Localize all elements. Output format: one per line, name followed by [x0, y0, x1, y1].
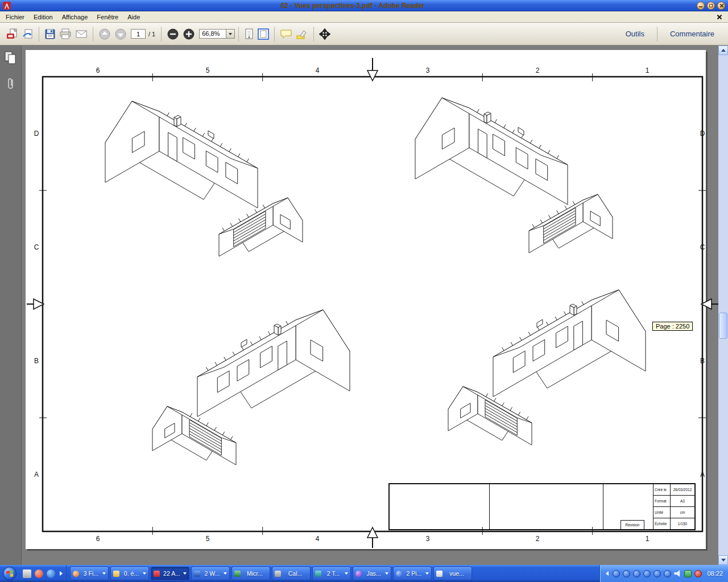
teal-app-icon — [315, 571, 321, 577]
format-value: A3 — [671, 499, 694, 503]
previous-page-button[interactable] — [97, 27, 113, 41]
tray-app-icon[interactable] — [664, 570, 671, 577]
page-scroll-tooltip: Page : 2250 — [652, 322, 693, 331]
start-button[interactable] — [0, 565, 19, 582]
windows-flag-icon — [6, 570, 13, 577]
zoom-out-button[interactable] — [165, 27, 181, 41]
page-total-label: / 1 — [148, 31, 155, 38]
tray-alert-icon[interactable] — [694, 570, 702, 577]
media-previous-icon[interactable] — [613, 570, 620, 577]
pdf-page: 6 5 4 3 2 1 6 5 4 3 2 1 D C B A D C B A … — [26, 50, 706, 549]
taskbar-task-group-7[interactable]: 2 T... — [312, 567, 351, 580]
menu-fenetre[interactable]: Fenêtre — [92, 12, 123, 22]
minimize-button[interactable] — [697, 2, 705, 10]
window-titlebar: 02 - Vues perspectives-3.pdf - Adobe Rea… — [0, 0, 728, 11]
title-block-info-table: Créé le 26/03/2012 Format A3 Unité cm Éc… — [653, 484, 694, 529]
media-stop-icon[interactable] — [653, 570, 661, 577]
taskbar-task-excel[interactable]: Micr... — [231, 567, 270, 580]
maximize-button[interactable] — [707, 2, 715, 10]
taskbar-task-adobe-reader-group[interactable]: 22 A... — [151, 567, 189, 580]
share-button[interactable] — [20, 27, 35, 41]
media-next-icon[interactable] — [643, 570, 651, 577]
scrollbar-thumb[interactable] — [719, 313, 727, 339]
chevron-down-icon — [229, 33, 232, 35]
grid-label: C — [34, 243, 39, 251]
close-button[interactable] — [717, 2, 725, 10]
grid-label: A — [700, 471, 705, 479]
chevron-down-icon — [102, 572, 106, 575]
grid-label: 6 — [96, 535, 100, 543]
media-pause-icon[interactable] — [633, 570, 640, 577]
taskbar-task-vue[interactable]: vue... — [433, 567, 472, 580]
media-play-icon[interactable] — [623, 570, 630, 577]
comment-bubble-button[interactable] — [278, 27, 294, 41]
menubar: Fichier Edition Affichage Fenêtre Aide — [0, 11, 728, 23]
minimize-icon — [699, 6, 702, 7]
toolbar-separator — [238, 27, 239, 41]
maximize-icon — [709, 4, 713, 7]
taskbar-task-calc[interactable]: Cal... — [272, 567, 311, 580]
toolbar-separator — [39, 27, 39, 41]
created-value: 26/03/2012 — [671, 488, 694, 492]
navigation-panel — [0, 45, 22, 565]
start-orb-icon — [3, 567, 16, 580]
unit-value: cm — [671, 510, 694, 514]
chevron-down-icon — [385, 572, 388, 575]
title-block-row: Unité cm — [653, 507, 694, 518]
grid-label: 3 — [426, 66, 430, 74]
toolbar: / 1 66,8% Outils Commentaire — [0, 23, 728, 45]
menu-fichier[interactable]: Fichier — [1, 12, 29, 22]
zoom-in-button[interactable] — [181, 27, 197, 41]
zoom-dropdown-button[interactable] — [226, 29, 235, 39]
title-block-row: Format A3 — [653, 496, 694, 507]
grid-label: 4 — [316, 66, 320, 74]
fullscreen-button[interactable] — [317, 27, 332, 41]
create-pdf-button[interactable] — [5, 27, 20, 41]
taskbar-task-folder-group[interactable]: 0. é... — [110, 567, 149, 580]
scroll-mode-button[interactable] — [242, 27, 256, 41]
scroll-down-button[interactable] — [718, 555, 728, 565]
quick-launch-expand-icon[interactable] — [60, 571, 63, 576]
grid-label: C — [700, 243, 705, 251]
folder-icon — [113, 571, 119, 577]
volume-icon[interactable] — [674, 570, 681, 577]
menu-affichage[interactable]: Affichage — [57, 12, 93, 22]
toolbar-separator — [274, 27, 275, 41]
vertical-scrollbar[interactable] — [718, 45, 728, 565]
tools-panel-button[interactable]: Outils — [617, 30, 653, 38]
menu-aide[interactable]: Aide — [123, 12, 144, 22]
taskbar-task-firefox-group[interactable]: 3 Fi... — [70, 567, 109, 580]
antivirus-tray-icon[interactable] — [684, 570, 692, 577]
save-button[interactable] — [43, 27, 57, 41]
highlight-text-button[interactable] — [294, 27, 310, 41]
next-page-button[interactable] — [113, 27, 129, 41]
page-number-input[interactable] — [131, 29, 146, 39]
house-perspective-drawing-4 — [448, 290, 646, 445]
scroll-up-button[interactable] — [718, 45, 728, 55]
zoom-level-value[interactable]: 66,8% — [199, 29, 226, 39]
title-block-divider — [603, 484, 603, 529]
tray-collapse-icon[interactable] — [606, 571, 609, 576]
firefox-group-icon — [73, 571, 79, 577]
toolbar-separator — [161, 27, 162, 41]
close-document-icon[interactable] — [715, 13, 723, 21]
page-thumbnails-icon[interactable] — [5, 51, 17, 67]
chevron-down-icon — [425, 572, 429, 575]
email-button[interactable] — [73, 28, 89, 40]
taskbar-task-group-9[interactable]: 2 Pi... — [393, 567, 432, 580]
grid-label: B — [34, 357, 39, 365]
excel-icon — [234, 571, 241, 577]
show-desktop-icon[interactable] — [23, 569, 31, 578]
comment-panel-button[interactable]: Commentaire — [661, 30, 723, 38]
quick-launch-browser-icon[interactable] — [35, 569, 43, 578]
word-icon — [194, 571, 200, 577]
chevron-down-icon — [143, 572, 146, 575]
taskbar-task-group-8[interactable]: Jas... — [353, 567, 391, 580]
fit-page-button[interactable] — [256, 27, 271, 41]
quick-launch-app-icon[interactable] — [47, 569, 55, 578]
taskbar-task-word-group[interactable]: 2 W... — [191, 567, 230, 580]
menu-edition[interactable]: Edition — [29, 12, 57, 22]
print-button[interactable] — [57, 27, 73, 41]
attachments-icon[interactable] — [6, 76, 15, 93]
grid-label: D — [700, 130, 705, 138]
